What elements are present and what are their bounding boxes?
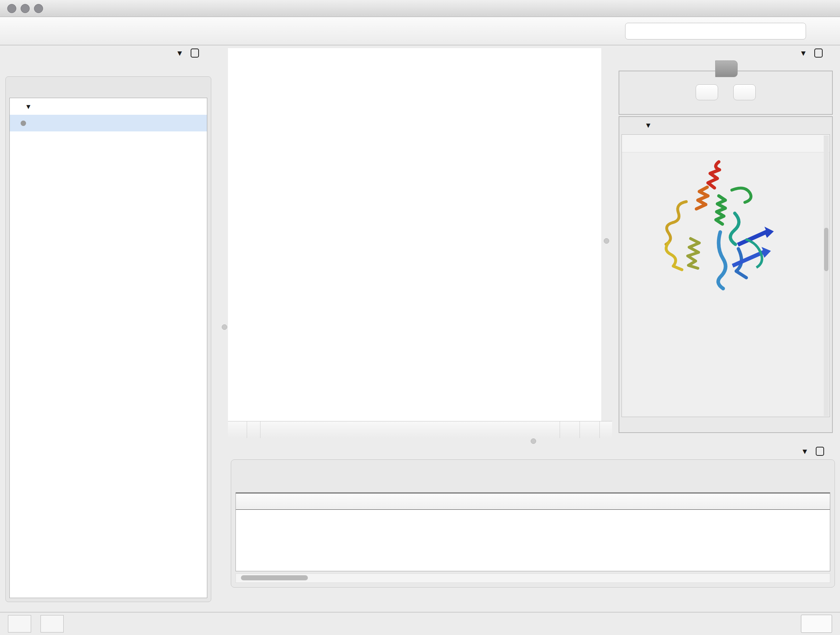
search-input[interactable] <box>631 25 802 37</box>
collapse-all-button[interactable] <box>733 84 756 100</box>
tab-string[interactable] <box>715 60 737 77</box>
network-view-dot-icon <box>21 120 26 126</box>
network-view-toolbar <box>228 421 612 438</box>
warnings-button[interactable] <box>41 615 64 632</box>
memory-status-dot <box>809 619 819 629</box>
table-horizontal-scrollbar[interactable] <box>235 573 830 583</box>
float-panel-icon[interactable] <box>191 49 199 57</box>
right-splitter-handle[interactable] <box>604 238 609 244</box>
horizontal-splitter-handle[interactable] <box>531 439 536 444</box>
float-panel-icon[interactable] <box>814 49 823 57</box>
gene-description <box>622 135 829 152</box>
memory-button[interactable] <box>801 615 832 633</box>
results-entry-box: ▼ <box>619 116 833 433</box>
tree-expand-icon[interactable]: ▼ <box>25 103 32 110</box>
collapse-entry-icon[interactable]: ▼ <box>645 122 652 129</box>
results-scrollbar[interactable] <box>824 135 829 416</box>
status-bar <box>0 612 840 635</box>
expand-all-button[interactable] <box>696 84 718 100</box>
results-panel: ▼ ▼ <box>615 45 838 438</box>
control-panel: ▼ ▼ <box>3 45 214 606</box>
network-tree: ▼ <box>9 98 207 598</box>
gene-entry-content <box>622 134 830 417</box>
network-canvas[interactable] <box>228 48 601 421</box>
protein-structure-image <box>644 155 829 314</box>
node-table <box>235 492 830 571</box>
results-controls-box <box>619 71 833 115</box>
panel-menu-icon[interactable]: ▼ <box>801 448 808 455</box>
gene-entry-header[interactable]: ▼ <box>619 117 832 134</box>
panel-menu-icon[interactable]: ▼ <box>799 49 807 57</box>
cloud-status-button[interactable] <box>8 615 31 632</box>
network-view-panel <box>228 45 612 438</box>
panel-menu-icon[interactable]: ▼ <box>176 49 183 57</box>
search-input-wrap[interactable] <box>625 23 806 40</box>
network-collection-row[interactable]: ▼ <box>10 98 207 115</box>
left-splitter-handle[interactable] <box>222 325 227 330</box>
help-button[interactable] <box>814 22 833 41</box>
float-panel-icon[interactable] <box>816 447 824 456</box>
table-panel: ▼ <box>228 443 838 612</box>
window-title <box>0 0 840 17</box>
network-row-selected[interactable] <box>10 115 207 131</box>
title-bar <box>0 0 840 17</box>
table-toolbar <box>231 460 835 490</box>
main-toolbar <box>0 17 840 45</box>
